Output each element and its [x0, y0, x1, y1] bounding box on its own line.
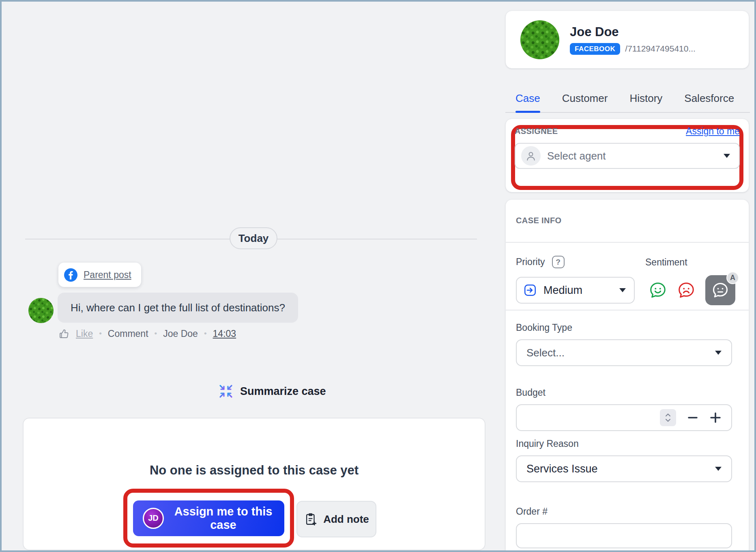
parent-post-label: Parent post [84, 270, 131, 280]
summarize-collapse-icon [219, 384, 233, 399]
empty-state-card: No one is assigned to this case yet JD A… [23, 418, 485, 550]
tab-customer[interactable]: Customer [562, 84, 608, 112]
sentiment-positive-button[interactable] [649, 281, 667, 300]
assign-to-me-link[interactable]: Assign to me [686, 126, 740, 137]
inquiry-reason-dropdown[interactable]: Services Issue [516, 455, 732, 482]
customer-name: Joe Doe [570, 25, 696, 39]
tab-case[interactable]: Case [515, 84, 540, 112]
order-number-input[interactable] [526, 530, 722, 542]
happy-bubble-icon [649, 281, 667, 300]
highlight-assign-button: JD Assign me to this case [123, 489, 294, 548]
minus-icon [687, 412, 699, 424]
budget-decrement-button[interactable] [687, 412, 699, 424]
priority-value: Medium [543, 284, 613, 297]
assignee-card: ASSIGNEE Assign to me Select agent [505, 119, 749, 192]
priority-dropdown[interactable]: Medium [516, 277, 635, 304]
section-divider [506, 310, 749, 310]
select-agent-dropdown[interactable]: Select agent [515, 143, 740, 169]
customer-identity: Joe Doe FACEBOOK /7112947495410... [570, 25, 696, 55]
order-number-label: Order # [516, 506, 548, 517]
sentiment-label: Sentiment [645, 257, 687, 268]
select-agent-placeholder: Select agent [547, 150, 717, 162]
plus-icon [709, 412, 722, 424]
comment-button[interactable]: Comment [108, 328, 148, 339]
assignee-label: ASSIGNEE [515, 127, 558, 136]
date-divider-pill: Today [230, 227, 277, 249]
auto-sentiment-badge: A [726, 272, 739, 284]
chevron-down-icon [619, 288, 626, 292]
thumbs-up-icon [58, 328, 70, 339]
like-button[interactable]: Like [76, 328, 93, 339]
person-icon [521, 146, 541, 166]
booking-type-dropdown[interactable]: Select... [516, 339, 732, 366]
sentiment-negative-button[interactable] [677, 281, 696, 300]
budget-increment-button[interactable] [709, 412, 722, 424]
case-console-page: { "user_card": { "name": "Joe Doe", "net… [0, 0, 756, 552]
assign-me-label: Assign me to this case [172, 505, 275, 532]
customer-profile-card: Joe Doe FACEBOOK /7112947495410... [505, 11, 749, 69]
priority-label: Priority [516, 257, 545, 267]
customer-profile-avatar [520, 20, 559, 59]
summarize-case-button[interactable]: Summarize case [219, 384, 326, 399]
order-number-field [516, 523, 732, 548]
case-info-card: CASE INFO Priority ? Sentiment Medium [505, 199, 749, 552]
sentiment-options: A [649, 275, 735, 305]
tab-history[interactable]: History [629, 84, 662, 112]
customer-avatar [28, 298, 54, 323]
meta-separator: • [155, 329, 157, 338]
empty-state-title: No one is assigned to this case yet [24, 463, 485, 478]
priority-medium-icon [523, 283, 537, 297]
customer-handle: /7112947495410... [625, 44, 696, 54]
add-note-label: Add note [323, 513, 369, 526]
note-add-icon [304, 512, 318, 526]
parent-post-button[interactable]: Parent post [58, 263, 141, 287]
section-divider [506, 242, 749, 243]
add-note-button[interactable]: Add note [296, 501, 376, 537]
inquiry-reason-label: Inquiry Reason [516, 438, 579, 449]
budget-stepper[interactable] [660, 409, 676, 426]
budget-label: Budget [516, 387, 546, 398]
booking-type-placeholder: Select... [526, 347, 715, 359]
message-timestamp[interactable]: 14:03 [213, 328, 236, 339]
sidebar-tabs: Case Customer History Salesforce [505, 84, 750, 113]
budget-input[interactable] [526, 412, 660, 424]
message-bubble: Hi, where can I get the full list of des… [58, 293, 298, 323]
facebook-network-badge: FACEBOOK [570, 43, 620, 55]
chevron-down-icon [724, 154, 730, 158]
meta-separator: • [99, 329, 102, 338]
case-info-header: CASE INFO [516, 216, 562, 225]
budget-field [516, 404, 732, 431]
agent-initials-avatar: JD [143, 508, 164, 529]
chevron-down-icon [715, 467, 722, 471]
sentiment-neutral-selected-button[interactable]: A [705, 275, 735, 305]
neutral-bubble-icon [711, 281, 729, 299]
stepper-chevrons-icon [664, 412, 672, 423]
tab-salesforce[interactable]: Salesforce [684, 84, 734, 112]
chevron-down-icon [715, 351, 722, 355]
meta-separator: • [204, 329, 207, 338]
help-icon[interactable]: ? [552, 256, 565, 268]
summarize-case-label: Summarize case [240, 385, 326, 398]
assign-me-button[interactable]: JD Assign me to this case [133, 500, 284, 536]
facebook-icon [64, 268, 77, 282]
inquiry-reason-value: Services Issue [526, 463, 715, 475]
message-author: Joe Doe [163, 328, 198, 339]
sad-bubble-icon [677, 281, 696, 300]
message-meta-row: Like • Comment • Joe Doe • 14:03 [58, 328, 236, 339]
booking-type-label: Booking Type [516, 322, 572, 333]
